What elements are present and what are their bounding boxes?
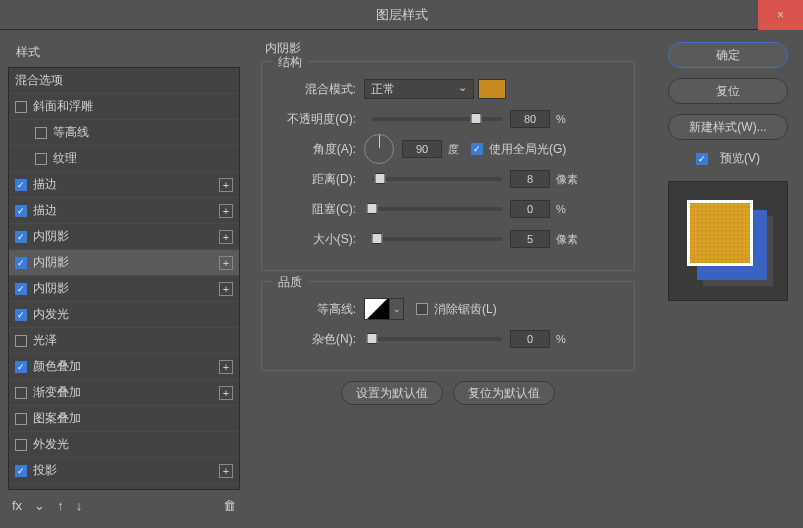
preview-checkbox[interactable]: ✓ (696, 153, 708, 165)
style-item[interactable]: 外发光 (9, 432, 239, 458)
style-checkbox[interactable]: ✓ (15, 465, 27, 477)
trash-icon[interactable]: 🗑 (223, 498, 236, 513)
style-item[interactable]: ✓描边+ (9, 172, 239, 198)
distance-unit: 像素 (556, 172, 578, 187)
quality-fieldset: 品质 等高线: ⌄ 消除锯齿(L) 杂色(N): 0 % (261, 281, 635, 371)
angle-dial[interactable] (364, 134, 394, 164)
structure-title: 结构 (272, 54, 308, 71)
style-checkbox[interactable] (15, 335, 27, 347)
style-item[interactable]: ✓内阴影+ (9, 224, 239, 250)
contour-picker[interactable] (364, 298, 390, 320)
choke-slider[interactable] (372, 207, 502, 211)
style-item[interactable]: 斜面和浮雕 (9, 94, 239, 120)
style-checkbox[interactable] (15, 413, 27, 425)
style-label: 斜面和浮雕 (33, 98, 93, 115)
plus-icon[interactable]: + (219, 230, 233, 244)
opacity-unit: % (556, 113, 566, 125)
style-checkbox[interactable]: ✓ (15, 179, 27, 191)
reset-default-button[interactable]: 复位为默认值 (453, 381, 555, 405)
style-item[interactable]: 光泽 (9, 328, 239, 354)
style-label: 内发光 (33, 306, 69, 323)
choke-label: 阻塞(C): (276, 201, 356, 218)
style-item[interactable]: 图案叠加 (9, 406, 239, 432)
styles-heading[interactable]: 样式 (8, 38, 240, 67)
style-label: 内阴影 (33, 254, 69, 271)
preview-thumbnail (668, 181, 788, 301)
preview-label: 预览(V) (720, 150, 760, 167)
choke-value[interactable]: 0 (510, 200, 550, 218)
window-title: 图层样式 (376, 6, 428, 24)
antialias-checkbox[interactable] (416, 303, 428, 315)
make-default-button[interactable]: 设置为默认值 (341, 381, 443, 405)
style-checkbox[interactable] (15, 439, 27, 451)
plus-icon[interactable]: + (219, 256, 233, 270)
opacity-value[interactable]: 80 (510, 110, 550, 128)
distance-value[interactable]: 8 (510, 170, 550, 188)
sidebar-tools: fx ⌄ ↑ ↓ 🗑 (8, 490, 240, 520)
style-item[interactable]: ✓颜色叠加+ (9, 354, 239, 380)
arrow-up-icon[interactable]: ↑ (57, 498, 64, 513)
style-checkbox[interactable] (15, 101, 27, 113)
style-checkbox[interactable] (35, 127, 47, 139)
blend-mode-label: 混合模式: (276, 81, 356, 98)
color-swatch[interactable] (478, 79, 506, 99)
distance-slider[interactable] (372, 177, 502, 181)
style-label: 颜色叠加 (33, 358, 81, 375)
style-item[interactable]: 纹理 (9, 146, 239, 172)
style-checkbox[interactable]: ✓ (15, 283, 27, 295)
style-checkbox[interactable]: ✓ (15, 361, 27, 373)
plus-icon[interactable]: + (219, 360, 233, 374)
preview-toggle[interactable]: ✓ 预览(V) (696, 150, 760, 167)
contour-label: 等高线: (276, 301, 356, 318)
style-label: 描边 (33, 202, 57, 219)
style-item[interactable]: ✓描边+ (9, 198, 239, 224)
plus-icon[interactable]: + (219, 178, 233, 192)
panel-title: 内阴影 (265, 40, 635, 57)
style-item[interactable]: ✓内阴影+ (9, 250, 239, 276)
noise-label: 杂色(N): (276, 331, 356, 348)
structure-fieldset: 结构 混合模式: 正常 不透明度(O): 80 % 角度(A): 90 度 ✓ … (261, 61, 635, 271)
arrow-down-icon[interactable]: ↓ (76, 498, 83, 513)
style-label: 等高线 (53, 124, 89, 141)
titlebar: 图层样式 × (0, 0, 803, 30)
size-slider[interactable] (372, 237, 502, 241)
style-checkbox[interactable]: ✓ (15, 257, 27, 269)
angle-label: 角度(A): (276, 141, 356, 158)
quality-title: 品质 (272, 274, 308, 291)
plus-icon[interactable]: + (219, 386, 233, 400)
style-checkbox[interactable]: ✓ (15, 205, 27, 217)
fx-icon[interactable]: fx (12, 498, 22, 513)
close-button[interactable]: × (758, 0, 803, 30)
opacity-slider[interactable] (372, 117, 502, 121)
cancel-button[interactable]: 复位 (668, 78, 788, 104)
blend-options-label: 混合选项 (15, 72, 63, 89)
style-item[interactable]: ✓投影+ (9, 458, 239, 484)
distance-label: 距离(D): (276, 171, 356, 188)
new-style-button[interactable]: 新建样式(W)... (668, 114, 788, 140)
contour-dropdown[interactable]: ⌄ (390, 298, 404, 320)
noise-slider[interactable] (372, 337, 502, 341)
blend-options-item[interactable]: 混合选项 (9, 68, 239, 94)
global-light-checkbox[interactable]: ✓ (471, 143, 483, 155)
close-icon: × (777, 8, 784, 22)
style-checkbox[interactable] (35, 153, 47, 165)
plus-icon[interactable]: + (219, 282, 233, 296)
style-checkbox[interactable]: ✓ (15, 309, 27, 321)
style-item[interactable]: ✓内阴影+ (9, 276, 239, 302)
style-item[interactable]: ✓内发光 (9, 302, 239, 328)
plus-icon[interactable]: + (219, 204, 233, 218)
angle-value[interactable]: 90 (402, 140, 442, 158)
blend-mode-select[interactable]: 正常 (364, 79, 474, 99)
chevron-down-icon[interactable]: ⌄ (34, 498, 45, 513)
style-checkbox[interactable] (15, 387, 27, 399)
style-item[interactable]: 渐变叠加+ (9, 380, 239, 406)
size-value[interactable]: 5 (510, 230, 550, 248)
plus-icon[interactable]: + (219, 464, 233, 478)
noise-value[interactable]: 0 (510, 330, 550, 348)
style-checkbox[interactable]: ✓ (15, 231, 27, 243)
ok-button[interactable]: 确定 (668, 42, 788, 68)
opacity-label: 不透明度(O): (276, 111, 356, 128)
size-label: 大小(S): (276, 231, 356, 248)
choke-unit: % (556, 203, 566, 215)
style-item[interactable]: 等高线 (9, 120, 239, 146)
